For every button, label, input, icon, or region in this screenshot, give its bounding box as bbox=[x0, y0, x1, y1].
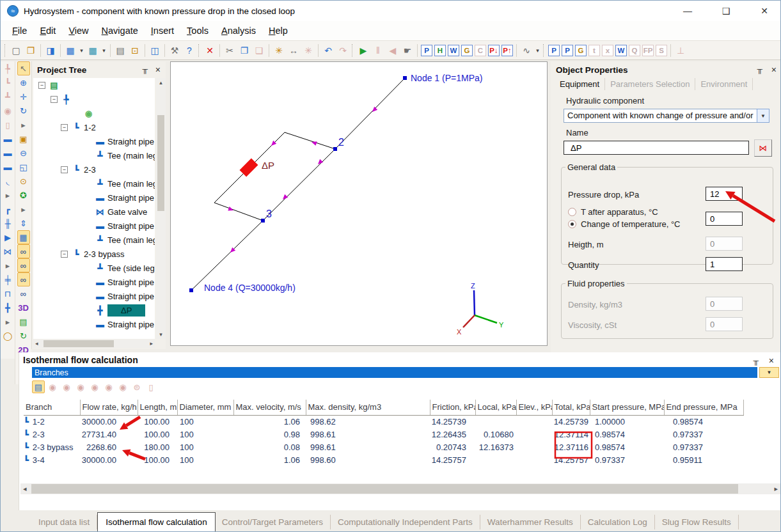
results-tab[interactable]: Waterhammer Results bbox=[480, 515, 581, 529]
menu-item[interactable]: Help bbox=[262, 23, 294, 38]
pan-tool[interactable]: ✛ bbox=[17, 90, 30, 104]
pipe-inlet-tool[interactable]: ▬ bbox=[1, 146, 14, 160]
tee-tool[interactable]: ┻ bbox=[1, 90, 14, 104]
split-node-button[interactable]: ✳ bbox=[301, 43, 315, 58]
close-panel-icon[interactable]: × bbox=[769, 356, 774, 366]
view-table-dropdown[interactable]: ▾ bbox=[100, 43, 107, 58]
pipeline-tool[interactable]: ╄ bbox=[1, 61, 14, 75]
print-preview-button[interactable]: ⊡ bbox=[128, 43, 142, 58]
tree-item[interactable]: ╋ ΔP bbox=[33, 303, 155, 317]
tree-item[interactable]: − ┗ 2-3 bypass bbox=[33, 247, 155, 261]
results-tab[interactable]: Computationally Independent Parts bbox=[331, 515, 480, 529]
tree-item[interactable]: − ┗ 1-2 bbox=[33, 120, 155, 134]
tree-item[interactable]: − ╄ bbox=[33, 92, 155, 106]
orbit-tool[interactable]: ✪ bbox=[17, 188, 30, 202]
column-header[interactable]: Branch bbox=[24, 400, 80, 415]
tree-item[interactable]: ┻ Tee (main leg) bbox=[33, 148, 155, 162]
tree-item[interactable]: ┻ Tee (main leg) bbox=[33, 233, 155, 247]
rotate-more-arrow[interactable]: ▸ bbox=[17, 118, 30, 132]
calculation-table-dropdown[interactable]: ▾ bbox=[78, 43, 85, 58]
save-button[interactable]: ◨ bbox=[43, 43, 58, 58]
plot-flask-1-button[interactable]: ◉ bbox=[46, 380, 59, 393]
scroll-thumb[interactable] bbox=[43, 340, 114, 347]
column-header[interactable]: Start pressure, MPa bbox=[590, 400, 664, 415]
print-button[interactable]: ▤ bbox=[113, 43, 127, 58]
ruler-tool[interactable]: ▦ bbox=[17, 230, 30, 244]
diagram-canvas[interactable]: ΔP Node 1 (P=1MPa) 2 3 Node 4 (Q=30000kg… bbox=[170, 61, 548, 346]
results-tab[interactable]: Calculation Log bbox=[581, 515, 655, 529]
pipe-lines[interactable] bbox=[191, 78, 405, 290]
label-pressure-button[interactable]: P bbox=[562, 45, 573, 56]
corner-tool[interactable]: ┏ bbox=[1, 202, 14, 216]
elbow-tool[interactable]: ◟ bbox=[1, 174, 14, 188]
label-volume-flow-button[interactable]: Q bbox=[629, 45, 640, 56]
chart-button[interactable]: ∿ bbox=[519, 43, 533, 58]
show-flow-button[interactable]: G bbox=[461, 45, 473, 56]
apparatus-tool[interactable]: ╋ bbox=[1, 301, 14, 315]
menu-item[interactable]: Navigate bbox=[95, 23, 145, 38]
open-button[interactable]: ❐ bbox=[24, 43, 38, 58]
column-header[interactable]: Elev., kPa bbox=[516, 400, 552, 415]
column-header[interactable]: Max. density, kg/m3 bbox=[306, 400, 430, 415]
column-header[interactable]: Friction, kPa bbox=[430, 400, 475, 415]
select-tool[interactable]: ↖ bbox=[17, 61, 30, 75]
scroll-right-icon[interactable]: ▸ bbox=[774, 485, 778, 493]
label-quality-button[interactable]: x bbox=[602, 45, 613, 56]
orifice-tool[interactable]: ╫ bbox=[1, 216, 14, 230]
expand-toggle-icon[interactable]: − bbox=[61, 166, 68, 173]
tree-item[interactable]: ▬ Straight pipe bbox=[33, 289, 155, 303]
merge-branch-button[interactable]: ↔ bbox=[287, 43, 301, 58]
minimize-button[interactable]: — bbox=[682, 6, 693, 16]
tube-tool[interactable]: ▯ bbox=[1, 118, 14, 132]
menu-item[interactable]: View bbox=[62, 23, 95, 38]
component-type-select[interactable]: Component with known change of pressure … bbox=[564, 109, 769, 123]
column-header[interactable]: Flow rate, kg/h bbox=[80, 400, 138, 415]
options-button[interactable]: ⚒ bbox=[168, 43, 182, 58]
scroll-right-icon[interactable]: ▸ bbox=[150, 340, 153, 347]
probe-button[interactable]: ☛ bbox=[400, 43, 414, 58]
results-tab[interactable]: Slug Flow Results bbox=[655, 515, 739, 529]
name-input[interactable] bbox=[564, 141, 749, 155]
tree-item[interactable]: ⋈ Gate valve bbox=[33, 205, 155, 219]
straight-pipe-tool[interactable]: ▬ bbox=[1, 132, 14, 146]
balance-button[interactable]: ⊜ bbox=[130, 380, 143, 393]
show-velocity-button[interactable]: W bbox=[448, 45, 459, 56]
label-flow-button[interactable]: G bbox=[575, 45, 587, 56]
results-horizontal-scrollbar[interactable]: ◂ ▸ bbox=[20, 483, 780, 494]
find-node-tool[interactable]: ∞ bbox=[17, 244, 30, 258]
nozzle-tool[interactable]: ▶ bbox=[1, 230, 14, 244]
column-header[interactable]: Length, m bbox=[138, 400, 177, 415]
label-velocity-button[interactable]: W bbox=[615, 45, 627, 56]
ring-tool[interactable]: ◯ bbox=[1, 329, 14, 343]
table-row[interactable]: 3-4 30000.00100.00100 1.06998.6014.25757… bbox=[24, 453, 743, 466]
close-button[interactable]: ✕ bbox=[759, 6, 770, 16]
table-row[interactable]: 1-2 30000.00100.00100 1.06998.6214.25739… bbox=[24, 415, 743, 428]
column-header[interactable]: Total, kPa bbox=[552, 400, 590, 415]
tree-item[interactable]: ▬ Straight pipe bbox=[33, 317, 155, 331]
orbit-more-arrow[interactable]: ▸ bbox=[17, 202, 30, 216]
pause-button[interactable]: ‖ bbox=[371, 43, 385, 58]
sample-tube-button[interactable]: ▯ bbox=[145, 380, 157, 393]
branches-dropdown-icon[interactable]: ▼ bbox=[759, 367, 779, 378]
column-header[interactable]: Local, kPa bbox=[475, 400, 516, 415]
run-calculation-button[interactable]: ▶ bbox=[356, 43, 370, 58]
report-button[interactable]: ▤ bbox=[17, 315, 30, 329]
heat-exchanger-tool[interactable]: ⊓ bbox=[1, 286, 14, 301]
menu-item[interactable]: File bbox=[6, 23, 33, 38]
menu-item[interactable]: Insert bbox=[145, 23, 180, 38]
scroll-down-icon[interactable]: ▾ bbox=[156, 331, 166, 338]
chart-dropdown[interactable]: ▾ bbox=[534, 43, 541, 58]
t-after-apparatus-radio[interactable] bbox=[568, 208, 576, 216]
change-of-temperature-radio[interactable] bbox=[568, 220, 576, 228]
tree-item[interactable]: − ┗ 2-3 bbox=[33, 162, 155, 176]
tree-item[interactable]: ▬ Straight pipe bbox=[33, 134, 155, 148]
properties-tab[interactable]: Equipment bbox=[555, 78, 605, 90]
tree-item[interactable]: ▬ Straight pipe bbox=[33, 275, 155, 289]
database-export-button[interactable]: ◫ bbox=[148, 43, 162, 58]
pin-icon[interactable]: ╥ bbox=[142, 65, 148, 74]
tree-horizontal-scrollbar[interactable]: ◂ ▸ bbox=[33, 340, 155, 348]
show-head-button[interactable]: H bbox=[434, 45, 446, 56]
tree-item[interactable]: ┻ Tee (side leg) bbox=[33, 261, 155, 275]
column-header[interactable]: End pressure, MPa bbox=[664, 400, 743, 415]
expand-toggle-icon[interactable]: − bbox=[38, 82, 45, 89]
